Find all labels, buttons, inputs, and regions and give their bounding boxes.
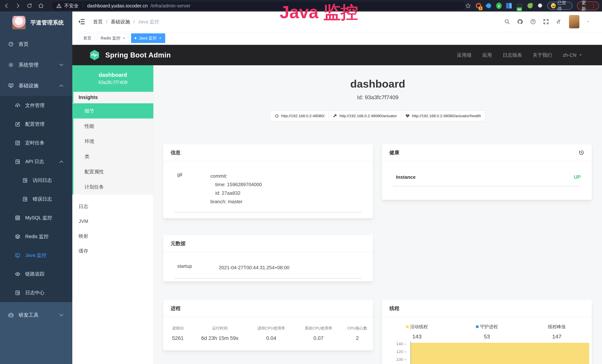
form-icon bbox=[22, 178, 28, 183]
close-icon[interactable]: ✕ bbox=[159, 36, 162, 40]
extension-icon-green[interactable]: y bbox=[496, 3, 502, 9]
breadcrumb-current: Java 监控 bbox=[138, 19, 159, 25]
sidebar-submenu-infra: 文件管理 配置管理 定时任务 API 日志 访问日志 错误日志 bbox=[0, 96, 72, 302]
sidebar-item-mysql-monitor[interactable]: MySQL 监控 bbox=[0, 208, 72, 227]
tab-redis-monitor[interactable]: Redis 监控 ✕ bbox=[97, 33, 129, 43]
sba-menu-config-props[interactable]: 配置属性 bbox=[72, 164, 153, 179]
browser-reload-icon[interactable] bbox=[26, 3, 33, 9]
search-icon[interactable] bbox=[504, 19, 510, 25]
kebab-menu-icon[interactable]: ⋮ bbox=[591, 3, 596, 8]
emoji-face-icon bbox=[551, 3, 556, 8]
app-logo[interactable]: 芋道管理系统 bbox=[0, 11, 72, 34]
sba-nav: 应用墙 应用 日志报表 关于我们 zh-CN bbox=[457, 52, 583, 58]
actuator-url-button[interactable]: http://192.168.0.2:48080/actuator bbox=[329, 110, 401, 121]
breadcrumb-home[interactable]: 首页 bbox=[93, 19, 103, 25]
extension-icon-leaf[interactable] bbox=[527, 2, 533, 9]
sba-nav-applications[interactable]: 应用 bbox=[482, 52, 492, 58]
sidebar-item-tracing[interactable]: 链路追踪 bbox=[0, 265, 72, 283]
sba-menu-jvm[interactable]: JVM bbox=[72, 214, 153, 229]
breadcrumb-separator: / bbox=[106, 19, 107, 25]
browser-forward-icon[interactable] bbox=[15, 3, 21, 9]
sba-menu-logs[interactable]: 日志 bbox=[72, 199, 153, 214]
info-row-label: git bbox=[174, 172, 210, 206]
tags-view-bar: 首页 Redis 监控 ✕ Java 监控 ✕ bbox=[72, 32, 602, 45]
sidebar-item-redis-monitor[interactable]: Redis 监控 bbox=[0, 227, 72, 246]
sba-menu-details[interactable]: 细节 bbox=[72, 103, 153, 118]
sba-nav-journal[interactable]: 日志报表 bbox=[503, 52, 522, 58]
history-icon[interactable] bbox=[579, 150, 584, 156]
browser-back-icon[interactable] bbox=[3, 3, 10, 9]
page-subtitle: Id: 93a3fc7f7409 bbox=[153, 94, 602, 100]
extension-icon-orange[interactable]: 1 bbox=[475, 2, 481, 9]
threads-card: 线程 活动线程 守护进程 线程峰值 bbox=[382, 300, 592, 364]
sidebar-item-infra[interactable]: 基础设施 bbox=[0, 75, 72, 96]
sidebar-collapse-icon[interactable] bbox=[78, 18, 85, 25]
info-row-value: commit: time: 1596289704000 id: 27aa832 … bbox=[210, 172, 262, 206]
health-url-button[interactable]: http://192.168.0.2:48080/actuator/health bbox=[401, 110, 485, 121]
home-icon bbox=[275, 114, 279, 118]
sidebar-item-java-monitor[interactable]: Java 监控 bbox=[0, 246, 72, 265]
user-avatar[interactable] bbox=[569, 15, 579, 28]
sba-menu-scheduled-tasks[interactable]: 计划任务 bbox=[72, 179, 153, 194]
sba-header: Spring Boot Admin 应用墙 应用 日志报表 关于我们 zh-CN bbox=[72, 45, 602, 65]
extension-icon-grid[interactable] bbox=[506, 2, 512, 9]
url-path: /infra/admin-server bbox=[150, 3, 191, 9]
sidebar-item-access-log[interactable]: 访问日志 bbox=[0, 171, 72, 190]
extension-icon-pin[interactable] bbox=[486, 2, 492, 9]
sidebar-item-home[interactable]: 首页 bbox=[0, 34, 72, 54]
form-icon bbox=[15, 290, 20, 296]
instance-id: 93a3fc7f7409 bbox=[98, 80, 128, 85]
help-icon[interactable] bbox=[530, 19, 536, 25]
instance-header[interactable]: dashboard 93a3fc7f7409 bbox=[72, 65, 153, 92]
process-card-title: 进程 bbox=[171, 305, 181, 312]
legend-daemon-threads: 守护进程 bbox=[452, 324, 522, 330]
gauge-icon bbox=[8, 41, 14, 47]
close-icon[interactable]: ✕ bbox=[123, 36, 125, 40]
not-secure-label: 不安全 bbox=[64, 3, 79, 9]
sba-menu-mappings[interactable]: 映射 bbox=[72, 229, 153, 244]
sba-menu-environment[interactable]: 环境 bbox=[72, 134, 153, 149]
chevron-down-icon bbox=[59, 62, 64, 68]
sidebar-item-log-center[interactable]: 日志中心 bbox=[0, 283, 72, 302]
sidebar-item-api-log[interactable]: API 日志 bbox=[0, 152, 72, 171]
extensions-puzzle-icon[interactable] bbox=[537, 3, 543, 9]
sidebar-item-dev-tools[interactable]: 研发工具 bbox=[0, 305, 72, 325]
grid-icon bbox=[15, 215, 20, 221]
sba-nav-about[interactable]: 关于我们 bbox=[533, 52, 552, 58]
sidebar-item-error-log[interactable]: 错误日志 bbox=[0, 190, 72, 208]
bookmark-star-icon[interactable] bbox=[465, 3, 471, 9]
sba-menu-caches[interactable]: 缓存 bbox=[72, 244, 153, 258]
yellow-swatch-icon bbox=[406, 325, 409, 328]
sidebar-item-file-manage[interactable]: 文件管理 bbox=[0, 96, 72, 115]
browser-home-icon[interactable] bbox=[38, 3, 44, 9]
breadcrumb-infra[interactable]: 基础设施 bbox=[111, 19, 130, 25]
legend-peak-threads: 线程峰值 bbox=[522, 324, 592, 330]
fullscreen-icon[interactable] bbox=[543, 19, 549, 25]
process-table-header: 进程ID 运行时间 进程CPU使用率 系统CPU使用率 CPU核心数 bbox=[163, 326, 373, 331]
sidebar-item-config-manage[interactable]: 配置管理 bbox=[0, 115, 72, 134]
sidebar-item-scheduled-jobs[interactable]: 定时任务 bbox=[0, 134, 72, 152]
y-tick-140: 140 bbox=[389, 342, 406, 346]
browser-update-button[interactable]: 更新 ⋮ bbox=[577, 1, 599, 10]
font-size-icon[interactable] bbox=[556, 19, 562, 25]
github-icon[interactable] bbox=[517, 19, 523, 25]
service-url-button[interactable]: http://192.168.0.2:48080/ bbox=[270, 110, 329, 121]
address-divider bbox=[83, 3, 83, 8]
sba-instance-sidebar: dashboard 93a3fc7f7409 Insights 细节 性能 环境… bbox=[72, 65, 153, 364]
chart-area-fill bbox=[411, 343, 589, 364]
sba-menu-metrics[interactable]: 性能 bbox=[72, 118, 153, 134]
profile-paused-badge[interactable]: 已暂停 bbox=[547, 2, 572, 10]
chevron-up-icon bbox=[59, 83, 64, 88]
tab-home[interactable]: 首页 bbox=[80, 33, 95, 43]
threads-card-title: 线程 bbox=[389, 305, 399, 312]
insights-group: Insights 细节 性能 环境 类 配置属性 计划任务 bbox=[72, 92, 153, 194]
sba-locale-select[interactable]: zh-CN bbox=[563, 52, 583, 58]
sba-nav-wallboard[interactable]: 应用墙 bbox=[457, 52, 472, 58]
sidebar-item-system[interactable]: 系统管理 bbox=[0, 54, 72, 75]
edit-square-icon bbox=[15, 159, 20, 164]
extension-icon-switch[interactable]: on bbox=[516, 2, 523, 9]
sba-menu-classes[interactable]: 类 bbox=[72, 149, 153, 164]
tab-java-monitor[interactable]: Java 监控 ✕ bbox=[131, 33, 165, 43]
address-bar[interactable]: 不安全 dashboard.yudao.iocoder.cn /infra/ad… bbox=[52, 1, 465, 10]
caret-down-icon[interactable] bbox=[586, 20, 590, 23]
